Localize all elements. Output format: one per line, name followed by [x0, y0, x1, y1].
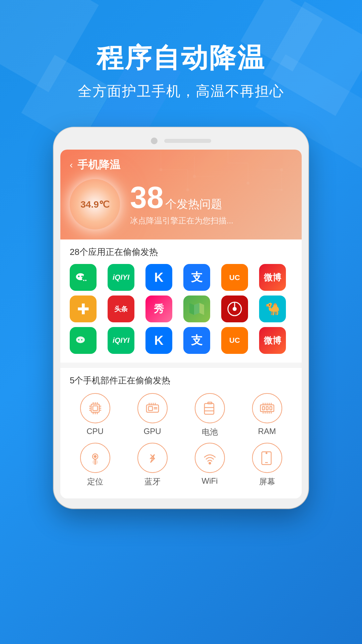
phone-camera [151, 138, 158, 144]
battery-icon [195, 393, 225, 423]
ram-label: RAM [258, 427, 276, 436]
svg-rect-58 [208, 402, 212, 404]
app-icon-wechat[interactable] [70, 264, 97, 291]
component-cpu[interactable]: CPU [70, 393, 120, 437]
app-icon-alipay[interactable]: 支 [183, 264, 210, 291]
app-icon-kugou[interactable]: K [145, 264, 172, 291]
phone-frame: ‹ 手机降温 34.9℃ 38 个发热问题 冰点降温引擎正在为您扫描... [54, 127, 308, 508]
app-icon-wechat-2[interactable] [70, 327, 97, 354]
bluetooth-label: 蓝牙 [144, 476, 161, 487]
svg-rect-50 [148, 407, 153, 411]
gpu-label: GPU [143, 427, 161, 436]
app-icon-toutiao[interactable]: 头条 [108, 296, 134, 322]
svg-rect-36 [93, 406, 98, 411]
app-icon-uc[interactable]: UC [221, 264, 248, 291]
temperature-info: 38 个发热问题 冰点降温引擎正在为您扫描... [130, 182, 292, 226]
page-subtitle: 全方面护卫手机，高温不再担心 [0, 82, 362, 101]
components-grid: CPU GPU [70, 393, 292, 437]
wifi-icon [195, 443, 225, 473]
temperature-section: 34.9℃ 38 个发热问题 冰点降温引擎正在为您扫描... [70, 179, 292, 229]
svg-rect-35 [91, 404, 99, 412]
svg-point-34 [81, 339, 82, 340]
app-icon-maps[interactable] [183, 296, 210, 322]
svg-rect-63 [266, 407, 268, 410]
apps-grid: iQIYI K 支 UC 微博 ✚ [70, 264, 292, 354]
svg-point-30 [233, 307, 237, 311]
component-bluetooth[interactable]: 蓝牙 [127, 443, 178, 487]
svg-point-25 [85, 280, 86, 281]
app-icon-weibo-2[interactable]: 微博 [259, 327, 286, 354]
page-title: 程序自动降温 [0, 40, 362, 76]
back-button[interactable]: ‹ [70, 160, 73, 170]
components-grid-row2: 定位 蓝牙 [70, 443, 292, 490]
phone-mockup: ‹ 手机降温 34.9℃ 38 个发热问题 冰点降温引擎正在为您扫描... [54, 127, 308, 508]
svg-point-77 [94, 455, 96, 458]
components-section-title: 5个手机部件正在偷偷发热 [70, 375, 292, 386]
svg-rect-64 [270, 407, 272, 410]
app-icon-iqiyi[interactable]: iQIYI [108, 264, 134, 291]
svg-point-22 [81, 276, 83, 277]
svg-rect-62 [262, 407, 264, 410]
location-icon [80, 443, 110, 473]
component-battery[interactable]: 电池 [184, 393, 235, 437]
svg-point-32 [76, 336, 85, 343]
phone-speaker [164, 139, 211, 143]
svg-point-21 [78, 276, 80, 277]
bluetooth-icon [137, 443, 168, 473]
screen-label: 屏幕 [259, 476, 275, 487]
app-icon-iqiyi-2[interactable]: iQIYI [108, 327, 134, 354]
apps-section: 28个应用正在偷偷发热 iQIYI K 支 [60, 239, 302, 363]
issue-count-row: 38 个发热问题 [130, 182, 292, 213]
svg-point-10 [193, 175, 196, 178]
svg-point-24 [83, 280, 84, 281]
issue-label: 个发热问题 [165, 198, 222, 210]
svg-point-33 [78, 339, 79, 340]
svg-point-81 [266, 453, 267, 454]
phone-top-bar [60, 138, 302, 144]
wifi-label: WiFi [202, 476, 218, 486]
app-title: 手机降温 [77, 158, 120, 172]
app-navigation: ‹ 手机降温 [70, 158, 292, 172]
app-icon-kugou-2[interactable]: K [145, 327, 172, 354]
phone-screen: ‹ 手机降温 34.9℃ 38 个发热问题 冰点降温引擎正在为您扫描... [60, 150, 302, 498]
svg-text:UC: UC [229, 273, 240, 282]
component-screen[interactable]: 屏幕 [242, 443, 292, 487]
cpu-icon [80, 393, 110, 423]
app-icon-camel[interactable]: 🐪 [259, 296, 286, 322]
battery-label: 电池 [202, 427, 218, 437]
svg-point-78 [209, 463, 210, 464]
section-divider [60, 363, 302, 368]
apps-section-title: 28个应用正在偷偷发热 [70, 246, 292, 258]
location-label: 定位 [87, 476, 103, 487]
app-header: ‹ 手机降温 34.9℃ 38 个发热问题 冰点降温引擎正在为您扫描... [60, 150, 302, 239]
screen-icon [252, 443, 282, 473]
page-header: 程序自动降温 全方面护卫手机，高温不再担心 [0, 40, 362, 101]
svg-rect-57 [204, 404, 214, 414]
app-icon-weibo[interactable]: 微博 [259, 264, 286, 291]
component-location[interactable]: 定位 [70, 443, 120, 487]
scanning-text: 冰点降温引擎正在为您扫描... [130, 215, 292, 226]
app-icon-health[interactable]: ✚ [70, 296, 97, 322]
ram-icon [252, 393, 282, 423]
component-wifi[interactable]: WiFi [184, 443, 235, 487]
component-ram[interactable]: RAM [242, 393, 292, 437]
temperature-circle: 34.9℃ [70, 179, 120, 229]
app-icon-uc-2[interactable]: UC [221, 327, 248, 354]
issue-count: 38 [130, 181, 164, 214]
app-icon-netease[interactable] [221, 296, 248, 322]
components-section: 5个手机部件正在偷偷发热 [60, 368, 302, 498]
temperature-value: 34.9℃ [80, 199, 109, 210]
app-icon-alipay-2[interactable]: 支 [183, 327, 210, 354]
gpu-icon [137, 393, 168, 423]
cpu-label: CPU [86, 427, 104, 436]
component-gpu[interactable]: GPU [127, 393, 178, 437]
app-icon-xiu[interactable]: 秀 [145, 296, 172, 322]
